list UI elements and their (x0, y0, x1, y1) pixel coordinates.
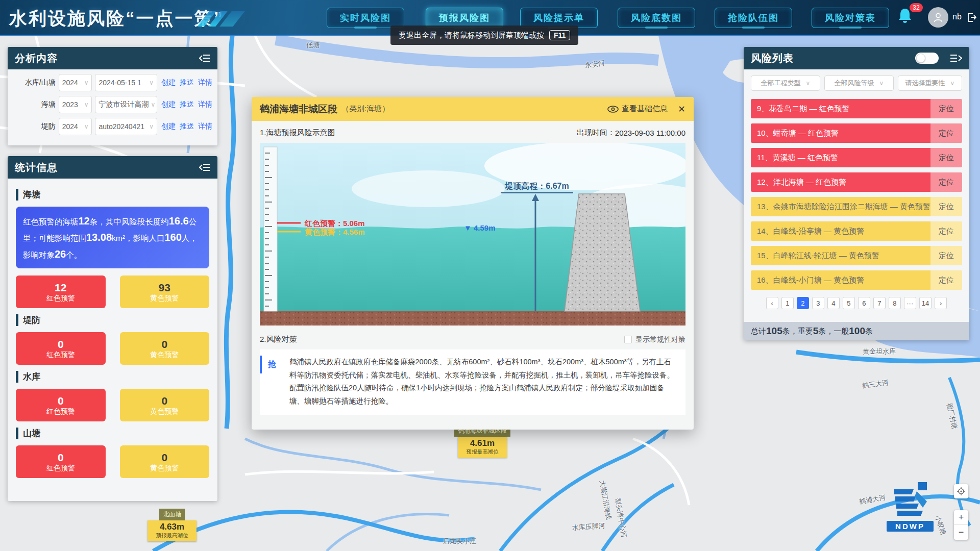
risk-list-item[interactable]: 15、白峰轮江线-轮江塘 — 黄色预警 定位 (751, 246, 962, 265)
locate-button[interactable]: 定位 (930, 99, 962, 118)
push-link[interactable]: 推送 (180, 100, 194, 109)
locate-button[interactable]: 定位 (930, 270, 962, 290)
seawall-detail-modal: 鹤浦海塘非城区段 （类别:海塘） 查看基础信息 ✕ 1.海塘预报风险示意图 出现… (252, 97, 694, 430)
risk-list-item[interactable]: 10、蚶岙塘 — 红色预警 定位 (751, 123, 962, 143)
nav-risk-base-map[interactable]: 风险底数图 (618, 8, 695, 28)
prev-page-button[interactable]: ‹ (766, 297, 778, 309)
nav-risk-countermeasure-table[interactable]: 风险对策表 (812, 8, 889, 28)
risk-list-item[interactable]: 9、花岙岛二期 — 红色预警 定位 (751, 99, 962, 118)
importance-filter[interactable]: 请选择重要性∨ (898, 76, 962, 91)
locate-button[interactable]: 定位 (930, 246, 962, 265)
risk-list-item[interactable]: 16、白峰线-小门塘 — 黄色预警 定位 (751, 270, 962, 290)
chevron-down-icon: ∨ (82, 101, 89, 108)
page-button[interactable]: 6 (858, 297, 870, 309)
view-base-info-button[interactable]: 查看基础信息 (607, 104, 668, 114)
locate-icon (957, 487, 965, 495)
zoom-in-button[interactable]: + (954, 510, 968, 525)
create-link[interactable]: 创建 (161, 100, 176, 109)
create-link[interactable]: 创建 (161, 122, 176, 131)
ndwp-logo: NDWP (887, 481, 934, 532)
toast-text: 要退出全屏，请将鼠标移动到屏幕顶端或按 (399, 31, 544, 40)
seawall-yellow-alert-card[interactable]: 93 黄色预警 (120, 276, 210, 308)
f11-key-hint: F11 (549, 30, 570, 40)
risk-list-item[interactable]: 11、黄溪塘 — 红色预警 定位 (751, 148, 962, 167)
locate-button[interactable]: 定位 (930, 148, 962, 167)
water-level-label: ▼ 4.59m (464, 223, 496, 232)
risk-list-item[interactable]: 14、白峰线-沿亭塘 — 黄色预警 定位 (751, 221, 962, 241)
map-label: 低塘 (306, 41, 320, 50)
page-button[interactable]: 3 (812, 297, 824, 309)
seawall-summary: 红色预警的海塘12条，其中风险段长度约16.6公里；可能影响范围13.08km²… (16, 207, 209, 268)
ndwp-logo-glyph (891, 481, 929, 518)
map-marker-beimiantang[interactable]: 北面塘 4.63m 预报最高潮位 (148, 509, 197, 541)
chevron-down-icon: ∨ (147, 79, 154, 86)
checkbox[interactable] (624, 336, 632, 343)
collapse-panel-icon[interactable] (199, 54, 210, 63)
push-link[interactable]: 推送 (180, 78, 194, 87)
marker-value: 4.63m (150, 522, 194, 532)
logout-icon[interactable] (966, 12, 977, 25)
group-label-seawall: 海塘 (16, 189, 209, 201)
group-label-reservoir: 水库 (16, 371, 209, 383)
risk-level-filter[interactable]: 全部风险等级∨ (824, 76, 894, 91)
locate-button[interactable]: 定位 (930, 221, 962, 241)
notification-badge: 32 (910, 3, 923, 12)
seawall-risk-diagram: 红色预警：5.06m 黄色预警：4.56m ▼ 4.59m 堤顶高程：6.67m (260, 143, 685, 325)
dike-red-alert-card[interactable]: 0 红色预警 (16, 332, 106, 365)
page-button[interactable]: 1 (781, 297, 794, 309)
page-button-current[interactable]: 2 (797, 297, 809, 309)
page-button[interactable]: 7 (873, 297, 886, 309)
nav-risk-notice[interactable]: 风险提示单 (520, 8, 598, 28)
risk-list-panel: 风险列表 全部工程类型∨ 全部风险等级∨ 请选择重要性∨ 9、花岙岛二期 — 红… (744, 47, 969, 340)
collapse-panel-icon[interactable] (199, 163, 210, 172)
pond-red-alert-card[interactable]: 0 红色预警 (16, 445, 106, 478)
occurrence-time-value: 2023-09-03 11:00:00 (615, 129, 685, 137)
nav-rescue-team-map[interactable]: 抢险队伍图 (715, 8, 792, 28)
reservoir-red-alert-card[interactable]: 0 红色预警 (16, 389, 106, 421)
row-label: 海塘 (13, 100, 56, 109)
show-routine-countermeasure-checkbox[interactable]: 显示常规性对策 (624, 335, 685, 344)
page-button[interactable]: 8 (889, 297, 901, 309)
analysis-row-dike: 堤防 2024∨ auto20240421∨ 创建 推送 详情 (13, 118, 212, 135)
year-select[interactable]: 2024∨ (59, 118, 92, 135)
dike-yellow-alert-card[interactable]: 0 黄色预警 (120, 332, 210, 365)
analysis-row-seawall: 海塘 2023∨ 宁波市设计高潮∨ 创建 推送 详情 (13, 96, 212, 113)
user-icon (933, 12, 944, 23)
close-icon[interactable]: ✕ (678, 104, 685, 115)
detail-link[interactable]: 详情 (198, 122, 212, 131)
risk-list-item[interactable]: 13、余姚市海塘除险治江围涂二期海塘 — 黄色预警 定位 (751, 197, 962, 216)
map-locate-button[interactable] (954, 484, 968, 498)
app-title: 水利设施风险“一点一策” (9, 7, 224, 31)
zoom-out-button[interactable]: − (954, 525, 968, 540)
seawall-red-alert-card[interactable]: 12 红色预警 (16, 276, 106, 308)
create-link[interactable]: 创建 (161, 78, 176, 87)
locate-button[interactable]: 定位 (930, 172, 962, 192)
page-button[interactable]: 5 (843, 297, 855, 309)
next-page-button[interactable]: › (935, 297, 947, 309)
risk-list-toggle[interactable] (915, 53, 939, 64)
map-marker-hepu[interactable]: 鹤浦海塘非城区段 4.61m 预报最高潮位 (451, 425, 513, 458)
project-type-filter[interactable]: 全部工程类型∨ (751, 76, 820, 91)
collapse-list-icon[interactable] (950, 54, 962, 63)
scheme-select[interactable]: 2024-05-15 1∨ (95, 74, 157, 91)
pond-yellow-alert-card[interactable]: 0 黄色预警 (120, 445, 210, 478)
page-button[interactable]: 14 (919, 297, 932, 309)
locate-button[interactable]: 定位 (930, 197, 962, 216)
nav-forecast-risk-map[interactable]: 预报风险图 (426, 8, 503, 28)
reservoir-yellow-alert-card[interactable]: 0 黄色预警 (120, 389, 210, 421)
fullscreen-toast: 要退出全屏，请将鼠标移动到屏幕顶端或按 F11 (390, 26, 578, 45)
nav-realtime-risk-map[interactable]: 实时风险图 (327, 8, 404, 28)
detail-link[interactable]: 详情 (198, 100, 212, 109)
page-ellipsis[interactable]: ··· (904, 297, 916, 309)
scheme-select[interactable]: auto20240421∨ (95, 118, 157, 135)
pagination: ‹ 1 2 3 4 5 6 7 8 ··· 14 › (751, 297, 962, 309)
page-button[interactable]: 4 (827, 297, 840, 309)
locate-button[interactable]: 定位 (930, 123, 962, 143)
year-select[interactable]: 2023∨ (59, 96, 92, 113)
avatar[interactable] (928, 7, 948, 28)
scheme-select[interactable]: 宁波市设计高潮∨ (95, 96, 157, 113)
push-link[interactable]: 推送 (180, 122, 194, 131)
detail-link[interactable]: 详情 (198, 78, 212, 87)
year-select[interactable]: 2024∨ (59, 74, 92, 91)
risk-list-item[interactable]: 12、洋北海塘 — 红色预警 定位 (751, 172, 962, 192)
